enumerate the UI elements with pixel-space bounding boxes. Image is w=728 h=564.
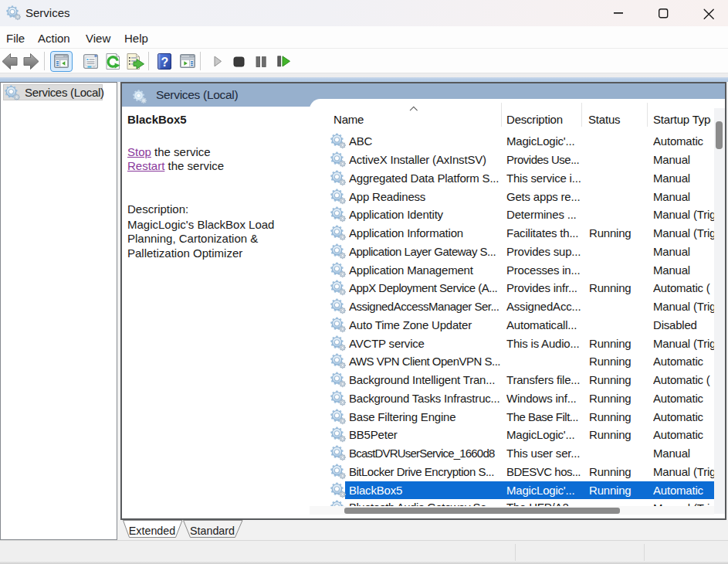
svg-text:Standard: Standard bbox=[190, 525, 235, 537]
svg-text:Extended: Extended bbox=[129, 525, 175, 537]
